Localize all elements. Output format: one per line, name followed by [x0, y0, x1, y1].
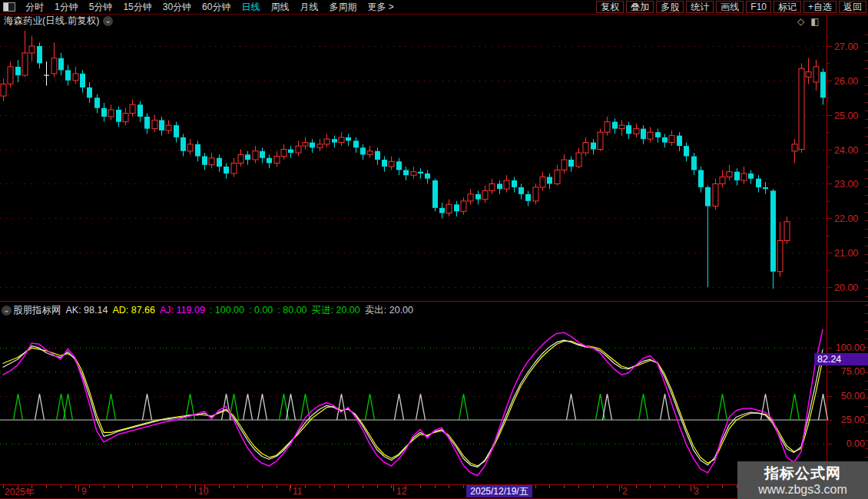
main-y-label: 27.00: [834, 41, 858, 52]
menu-item-15分钟[interactable]: 15分钟: [118, 1, 157, 14]
candle-up: [482, 190, 488, 199]
candle-down: [677, 136, 682, 146]
indicator-y-label: 0.00: [846, 438, 865, 449]
menu-item-分时[interactable]: 分时: [20, 1, 49, 14]
buy-signal-triangle: [790, 394, 800, 420]
candle-up: [720, 177, 725, 183]
candle-down: [684, 146, 689, 156]
menu-item-30分钟[interactable]: 30分钟: [157, 1, 197, 14]
candle-up: [231, 164, 237, 173]
candle-down: [101, 108, 107, 117]
candle-down: [360, 147, 366, 154]
candle-down: [432, 180, 438, 208]
diamond-icon[interactable]: ◇: [797, 16, 804, 27]
candle-up: [806, 72, 811, 78]
title-bar-icons: ◇ ◧: [797, 15, 828, 28]
candle-up: [813, 67, 819, 82]
candle-up: [777, 240, 783, 271]
toolbar-button-返回[interactable]: 返回: [839, 1, 866, 13]
candle-down: [159, 120, 164, 130]
buy-signal-triangle: [14, 394, 23, 420]
candle-down: [698, 170, 704, 187]
candle-down: [403, 170, 409, 175]
main-y-label: 24.00: [834, 145, 858, 156]
candle-up: [152, 120, 157, 128]
menu-item-日线[interactable]: 日线: [236, 1, 265, 14]
candle-up: [73, 74, 78, 81]
window-pane-icon[interactable]: [3, 2, 15, 12]
watermark-title: 指标公式网: [737, 464, 868, 484]
candle-down: [763, 187, 768, 189]
candle-down: [439, 208, 445, 213]
candle-down: [353, 140, 359, 147]
candle-down: [734, 172, 740, 180]
main-y-label: 26.00: [834, 76, 858, 87]
candle-up: [576, 153, 581, 167]
indicator-value: 股朋指标网: [13, 305, 61, 316]
buy-signal-triangle: [639, 394, 648, 420]
sell-signal-triangle: [661, 394, 670, 420]
toolbar-button-复权[interactable]: 复权: [596, 1, 624, 13]
candle-down: [144, 117, 150, 129]
candle-down: [375, 151, 380, 160]
buy-signal-triangle: [366, 394, 375, 420]
toolbar-button-叠加[interactable]: 叠加: [626, 1, 654, 13]
candle-up: [411, 172, 416, 175]
indicator-value: 卖出: 20.00: [365, 305, 413, 316]
candle-down: [288, 150, 293, 153]
candle-down: [94, 97, 100, 107]
candle-up: [324, 139, 330, 144]
candle-up: [583, 143, 588, 153]
candle-down: [332, 139, 337, 142]
candle-up: [727, 172, 732, 177]
toolbar-button-统计[interactable]: 统计: [686, 1, 714, 13]
candle-down: [705, 187, 711, 207]
period-menu: 分时1分钟5分钟15分钟30分钟60分钟日线周线月线多周期更多 >: [20, 1, 399, 14]
candle-up: [619, 125, 624, 128]
candle-up: [555, 170, 560, 183]
buy-signal-triangle: [107, 394, 116, 420]
toolbar-button-F10[interactable]: F10: [746, 1, 771, 13]
split-pane-icon[interactable]: ◧: [810, 16, 819, 27]
indicator-y-label: 25.00: [841, 415, 865, 425]
candle-down: [15, 67, 21, 75]
candle-down: [418, 172, 423, 173]
chevron-down-icon[interactable]: ⌄: [103, 16, 113, 26]
candle-down: [525, 194, 531, 201]
menu-item-60分钟[interactable]: 60分钟: [197, 1, 236, 14]
menu-item-1分钟[interactable]: 1分钟: [49, 1, 84, 14]
candle-up: [468, 194, 473, 201]
candle-down: [58, 58, 64, 71]
candle-up: [1, 84, 6, 96]
selected-date-badge: 2025/12/19/五: [466, 485, 532, 497]
indicator-chevron-icon[interactable]: ⌄: [2, 306, 12, 316]
candle-up: [799, 68, 804, 149]
candle-up: [317, 144, 323, 147]
sell-signal-triangle: [337, 394, 346, 420]
sell-signal-triangle: [567, 394, 576, 420]
sell-signal-triangle: [244, 394, 253, 420]
candle-up: [504, 180, 509, 189]
toolbar-button-多股[interactable]: 多股: [656, 1, 684, 13]
toolbar-button-标记[interactable]: 标记: [774, 1, 801, 13]
toolbar-buttons: 复权叠加多股统计画线F10标记+自选返回: [594, 1, 868, 13]
candle-up: [130, 104, 135, 113]
menu-item-多周期[interactable]: 多周期: [323, 1, 362, 14]
menu-item-周线[interactable]: 周线: [265, 1, 294, 14]
menu-item-5分钟[interactable]: 5分钟: [84, 1, 118, 14]
chart-canvas[interactable]: 27.0026.0025.0024.0023.0022.0021.0020.00…: [0, 0, 868, 499]
toolbar-button-+自选[interactable]: +自选: [803, 1, 837, 13]
candle-down: [310, 143, 315, 148]
candle-up: [253, 151, 258, 160]
x-axis-label: 9: [81, 486, 87, 497]
main-y-label: 25.00: [834, 111, 858, 121]
menu-item-更多 >[interactable]: 更多 >: [362, 1, 399, 14]
candle-up: [741, 173, 747, 180]
candle-up: [461, 201, 466, 211]
candle-down: [181, 137, 186, 151]
toolbar-button-画线[interactable]: 画线: [716, 1, 744, 13]
menu-item-月线[interactable]: 月线: [294, 1, 323, 14]
candle-down: [641, 129, 646, 139]
sell-signal-triangle: [395, 394, 404, 420]
indicator-header: ⌄ 股朋指标网AK: 98.14AD: 87.66AJ: 119.09: 100…: [0, 302, 825, 318]
